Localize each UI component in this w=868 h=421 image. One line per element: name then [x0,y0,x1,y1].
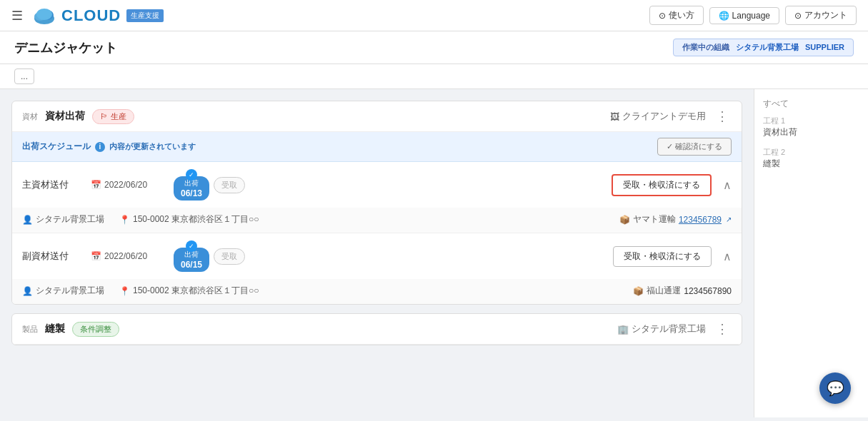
org-role: SUPPLIER [805,43,844,51]
condition-badge: 条件調整 [72,322,119,337]
check-circle-sub: ✓ [186,240,197,252]
main-material-name: 主資材送付 [22,178,79,191]
chat-icon: 💬 [827,380,844,397]
material-card: 資材 資材出荷 🏳 生産 🖼 クライアントデモ用 ⋮ 出荷スケジュール [11,101,742,305]
person-icon-sub: 👤 [22,286,33,296]
chip-date: 06/13 [181,188,202,198]
sidebar-item-0[interactable]: 工程 1 資材出荷 [763,116,859,138]
sidebar-name-1: 縫製 [763,158,859,170]
expand-icon-sub[interactable]: ∧ [723,250,732,263]
sewing-card: 製品 縫製 条件調整 🏢 シタテル背景工場 ⋮ [11,313,742,345]
material-card-more-button[interactable]: ⋮ [713,108,732,124]
sewing-card-header-right: 🏢 シタテル背景工場 ⋮ [617,321,732,337]
flag-icon: 🏳 [100,112,108,121]
status-chip-sub: ✓ 出荷 06/15 [174,248,209,272]
sidebar-all-label: すべて [763,98,859,110]
sidebar-item-1[interactable]: 工程 2 縫製 [763,147,859,170]
material-card-header: 資材 資材出荷 🏳 生産 🖼 クライアントデモ用 ⋮ [12,101,742,132]
schedule-bar-left: 出荷スケジュール i 内容が更新されています [22,141,196,153]
language-icon: 🌐 [719,11,729,21]
detail-person-main: 👤 シタテル背景工場 [22,213,108,225]
help-label: 使い方 [669,9,694,21]
right-sidebar: すべて 工程 1 資材出荷 工程 2 縫製 [754,89,868,417]
account-button[interactable]: ⊙ アカウント [785,6,857,25]
sewing-card-title: 縫製 [45,323,65,335]
client-icon: 🖼 [610,111,619,122]
more-actions-button[interactable]: ... [14,69,34,84]
detail-delivery-sub: 📦 福山通運 1234567890 [633,285,732,297]
org-label: 作業中の組織 [682,43,729,51]
date-icon: 📅 [91,180,101,190]
location-icon: 📍 [119,215,130,225]
date-icon2: 📅 [91,251,101,261]
sidebar-step-0: 工程 1 [763,116,859,126]
delivery-icon-sub: 📦 [633,286,644,296]
receive-button-main[interactable]: 受取・検収済にする [612,174,712,196]
chip-date-sub: 06/15 [181,260,202,270]
header-right: ⊙ 使い方 🌐 Language ⊙ アカウント [649,6,857,25]
sub-material-detail: 👤 シタテル背景工場 📍 150-0002 東京都渋谷区１丁目○○ 📦 福山通運… [12,279,742,304]
sewing-card-header: 製品 縫製 条件調整 🏢 シタテル背景工場 ⋮ [12,314,742,345]
main-material-detail: 👤 シタテル背景工場 📍 150-0002 東京都渋谷区１丁目○○ 📦 ヤマト運… [12,208,742,233]
production-badge-card: 🏳 生産 [92,109,134,124]
delivery-link-main[interactable]: 123456789 [679,215,722,225]
main-layout: 資材 資材出荷 🏳 生産 🖼 クライアントデモ用 ⋮ 出荷スケジュール [0,89,868,417]
detail-person-sub: 👤 シタテル背景工場 [22,285,108,297]
sub-material-status: ✓ 出荷 06/15 受取 [174,240,245,272]
page-title: デニムジャケット [14,39,117,56]
header: ☰ CLOUD 生産支援 ⊙ 使い方 🌐 Language ⊙ アカウント [0,0,868,31]
card-header-right: 🖼 クライアントデモ用 ⋮ [610,108,732,124]
chat-fab-button[interactable]: 💬 [819,372,851,404]
delivery-no-sub: 1234567890 [684,286,732,296]
account-label: アカウント [804,9,847,21]
page-title-bar: デニムジャケット 作業中の組織 シタテル背景工場 SUPPLIER [0,31,868,64]
check-circle: ✓ [186,169,197,181]
language-button[interactable]: 🌐 Language [709,7,779,24]
expand-icon-main[interactable]: ∧ [723,178,732,192]
receive-button-sub[interactable]: 受取・検収済にする [613,246,712,267]
main-material-status: ✓ 出荷 06/13 受取 [174,169,245,201]
detail-address-main: 📍 150-0002 東京都渋谷区１丁目○○ [119,213,259,225]
schedule-label: 出荷スケジュール [22,141,91,153]
org-name: シタテル背景工場 [736,43,799,51]
schedule-bar: 出荷スケジュール i 内容が更新されています ✓ 確認済にする [12,132,742,162]
sub-material-row: 副資材送付 📅 2022/06/20 ✓ 出荷 06/15 [12,233,742,279]
cloud-text: CLOUD [61,6,121,25]
header-left: ☰ CLOUD 生産支援 [11,6,164,26]
main-material-action: 受取・検収済にする ∧ [612,174,732,196]
sewing-card-type-label: 製品 [22,324,38,335]
main-material-section: 主資材送付 📅 2022/06/20 ✓ 出荷 06/13 [12,162,742,233]
status-chip-main: ✓ 出荷 06/13 [174,176,209,201]
material-card-title: 資材出荷 [45,110,85,123]
sub-material-date: 📅 2022/06/20 [91,251,162,261]
delivery-icon: 📦 [619,215,630,225]
help-button[interactable]: ⊙ 使い方 [649,6,704,25]
sidebar-name-0: 資材出荷 [763,126,859,138]
logo-cloud-icon [31,6,57,26]
detail-address-sub: 📍 150-0002 東京都渋谷区１丁目○○ [119,285,259,297]
sub-toolbar: ... [0,64,868,89]
detail-delivery-main: 📦 ヤマト運輸 123456789 ↗ [619,213,732,225]
person-icon: 👤 [22,215,33,225]
svg-point-3 [36,9,52,20]
update-notice: 内容が更新されています [109,141,196,152]
info-icon: i [95,142,105,152]
menu-icon[interactable]: ☰ [11,8,23,24]
location-icon-sub: 📍 [119,286,130,296]
sewing-client-icon: 🏢 [617,324,629,335]
content-area: 資材 資材出荷 🏳 生産 🖼 クライアントデモ用 ⋮ 出荷スケジュール [0,89,754,417]
material-card-type-label: 資材 [22,111,38,122]
language-label: Language [732,11,770,21]
sub-material-action: 受取・検収済にする ∧ [613,246,732,267]
receive-status-chip: 受取 [214,177,245,193]
logo-area: CLOUD 生産支援 [31,6,164,26]
client-label: 🖼 クライアントデモ用 [610,110,706,123]
ext-link-icon: ↗ [726,215,732,223]
confirm-button[interactable]: ✓ 確認済にする [657,138,732,156]
main-material-row: 主資材送付 📅 2022/06/20 ✓ 出荷 06/13 [12,162,742,208]
production-badge: 生産支援 [126,9,164,22]
main-material-date: 📅 2022/06/20 [91,180,162,190]
org-badge: 作業中の組織 シタテル背景工場 SUPPLIER [673,39,854,56]
sewing-card-more-button[interactable]: ⋮ [713,321,732,337]
sewing-client-label: 🏢 シタテル背景工場 [617,323,706,335]
